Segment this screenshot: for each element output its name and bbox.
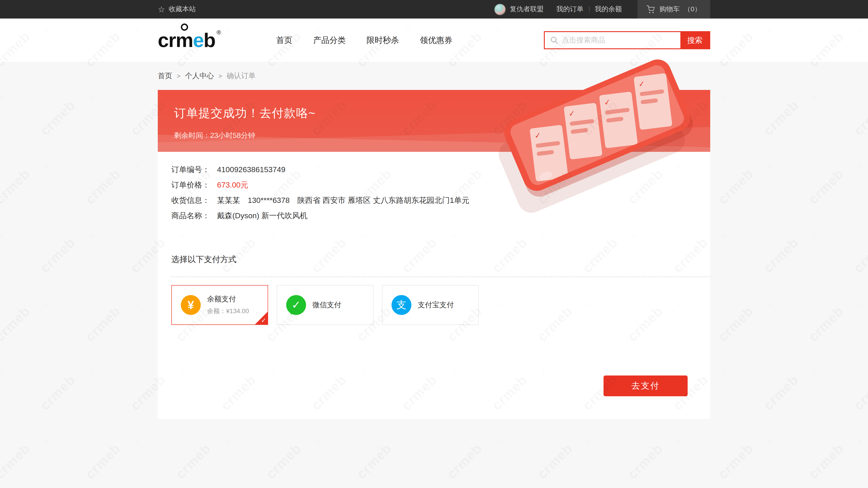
- order-price-row: 订单价格： 673.00元: [171, 180, 697, 195]
- yuan-balance-icon: ¥: [181, 295, 201, 315]
- username[interactable]: 复仇者联盟: [510, 5, 544, 13]
- breadcrumb-separator: >: [218, 72, 222, 79]
- topbar: ☆ 收藏本站 复仇者联盟 我的订单 我的余额 购物车: [0, 0, 868, 19]
- header: crmeb ® 首页 产品分类 限时秒杀 领优惠券 搜索: [0, 19, 868, 62]
- site-logo[interactable]: crmeb ®: [158, 30, 221, 50]
- wechat-pay-icon: ✓: [286, 295, 306, 315]
- alipay-icon: 支: [392, 295, 411, 315]
- payment-methods: ¥ 余额支付 余额：¥134.00 ✓ ✓ 微信支付: [171, 285, 697, 325]
- logo-text-e: e: [193, 29, 204, 51]
- order-card: 订单编号： 4100926386153749 订单价格： 673.00元 收货信…: [158, 152, 710, 419]
- breadcrumb-home[interactable]: 首页: [158, 71, 172, 80]
- payment-section-title: 选择以下支付方式: [171, 254, 697, 265]
- nav-item-categories[interactable]: 产品分类: [313, 35, 346, 46]
- star-icon: ☆: [158, 5, 165, 13]
- banner-title: 订单提交成功！去付款咯~: [174, 105, 710, 121]
- main-nav: 首页 产品分类 限时秒杀 领优惠券: [276, 35, 452, 46]
- order-price-label: 订单价格：: [171, 180, 210, 190]
- breadcrumb-user-center[interactable]: 个人中心: [185, 71, 214, 80]
- payment-option-alipay[interactable]: 支 支付宝支付: [382, 285, 479, 325]
- product-name-value: 戴森(Dyson) 新一代吹风机: [217, 210, 307, 221]
- my-balance-link[interactable]: 我的余额: [595, 5, 622, 13]
- favorite-site-label: 收藏本站: [168, 5, 196, 13]
- order-number-value: 4100926386153749: [217, 165, 285, 174]
- search-button[interactable]: 搜索: [680, 32, 709, 48]
- shipping-info-row: 收货信息： 某某某 130****6378 陕西省 西安市 雁塔区 丈八东路胡东…: [171, 195, 697, 210]
- go-pay-button[interactable]: 去支付: [603, 376, 688, 396]
- cart-label: 购物车: [659, 5, 680, 13]
- nav-item-home[interactable]: 首页: [276, 35, 292, 46]
- search-icon: [550, 36, 558, 44]
- shipping-info-value: 某某某 130****6378 陕西省 西安市 雁塔区 丈八东路胡东花园北门1单…: [217, 195, 469, 205]
- breadcrumb-current: 确认订单: [227, 71, 256, 80]
- balance-amount: 余额：¥134.00: [207, 307, 249, 315]
- order-info: 订单编号： 4100926386153749 订单价格： 673.00元 收货信…: [171, 164, 697, 226]
- search-input[interactable]: [562, 36, 675, 44]
- order-price-value: 673.00元: [217, 180, 248, 190]
- breadcrumb: 首页 > 个人中心 > 确认订单: [158, 71, 256, 80]
- nav-item-coupons[interactable]: 领优惠券: [420, 35, 452, 46]
- product-name-row: 商品名称： 戴森(Dyson) 新一代吹风机: [171, 210, 697, 226]
- registered-mark: ®: [217, 29, 221, 35]
- logo-text-cr: cr: [158, 29, 176, 51]
- payment-option-wechat[interactable]: ✓ 微信支付: [277, 285, 373, 325]
- selected-check-icon: ✓: [261, 317, 266, 324]
- payment-option-alipay-label: 支付宝支付: [418, 300, 454, 310]
- breadcrumb-separator: >: [177, 72, 180, 79]
- product-name-label: 商品名称：: [171, 210, 210, 221]
- user-account[interactable]: 复仇者联盟: [494, 3, 544, 15]
- dashed-divider: [171, 276, 710, 277]
- topbar-divider: [589, 6, 589, 12]
- cart-icon: [646, 5, 655, 13]
- cart-count: （0）: [684, 5, 701, 13]
- order-success-banner: ✓ ✓ ✓ ✓ 订单提交成功！去付款咯~ 剩余时间：23小时58分钟: [158, 90, 710, 152]
- favorite-site-link[interactable]: ☆ 收藏本站: [158, 5, 196, 13]
- order-number-row: 订单编号： 4100926386153749: [171, 164, 697, 180]
- avatar[interactable]: [494, 3, 506, 15]
- logo-text-m: m: [176, 29, 193, 51]
- payment-option-balance[interactable]: ¥ 余额支付 余额：¥134.00 ✓: [171, 285, 268, 325]
- my-orders-link[interactable]: 我的订单: [556, 5, 583, 13]
- page: ☆ 收藏本站 复仇者联盟 我的订单 我的余额 购物车: [0, 0, 868, 488]
- logo-text-b: b: [204, 29, 215, 51]
- payment-option-wechat-label: 微信支付: [312, 300, 341, 310]
- payment-option-balance-label: 余额支付: [207, 295, 249, 304]
- search-box: 搜索: [544, 31, 710, 49]
- cart-button[interactable]: 购物车 （0）: [637, 0, 710, 19]
- banner-countdown: 剩余时间：23小时58分钟: [174, 131, 710, 140]
- order-number-label: 订单编号：: [171, 164, 210, 175]
- nav-item-flash-sale[interactable]: 限时秒杀: [366, 35, 399, 46]
- shipping-info-label: 收货信息：: [171, 195, 210, 205]
